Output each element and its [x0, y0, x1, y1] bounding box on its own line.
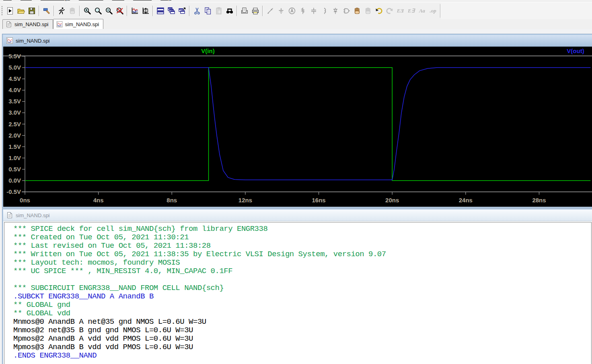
print-icon[interactable]: [250, 6, 261, 16]
cascade-icon[interactable]: [166, 6, 177, 16]
x-tick-label: 28ns: [532, 197, 546, 204]
toolbar-separator: [152, 6, 153, 16]
netlist-window: sim_NAND.spi *** SPICE deck for cell sim…: [2, 209, 592, 364]
net-label-icon[interactable]: [286, 6, 297, 16]
y-tick-label: 5.0V: [8, 64, 21, 71]
netlist-line: .SUBCKT ENGR338__NAND A AnandB B: [13, 292, 589, 301]
trace-vout: [25, 68, 590, 180]
text-icon[interactable]: Aa: [417, 6, 428, 16]
control-panel-icon[interactable]: [41, 6, 52, 16]
ltspice-application: FileViewPlot SettingsSimulationToolsWind…: [0, 0, 592, 364]
menu-view[interactable]: View: [21, 0, 32, 1]
tile-horizontal-icon[interactable]: [155, 6, 166, 16]
tab-label: sim_NAND.spi: [14, 21, 49, 27]
vertical-autorange-icon[interactable]: [140, 6, 151, 16]
legend-vin[interactable]: V(in): [201, 47, 214, 54]
x-tick-label: 8ns: [166, 197, 177, 204]
y-tick-label: 1.0V: [8, 154, 21, 161]
menu-window[interactable]: Window: [133, 0, 152, 1]
toolbar-separator: [53, 6, 54, 16]
redo-icon[interactable]: [384, 6, 395, 16]
tab-waveform[interactable]: sim_NAND.spi: [53, 19, 104, 29]
ground-icon[interactable]: [275, 6, 286, 16]
cascade-front-icon[interactable]: [177, 6, 187, 16]
netlist-line: Mnmos@2 net@35 B gnd gnd NMOS L=0.6U W=3…: [13, 326, 589, 335]
tab-netlist[interactable]: sim_NAND.spi: [2, 19, 53, 29]
tab-bar: sim_NAND.spi sim_NAND.spi: [0, 19, 592, 29]
waveform-window-titlebar[interactable]: sim_NAND.spi: [3, 35, 592, 47]
y-tick-label: 3.0V: [8, 109, 21, 116]
y-tick-label: 2.5V: [8, 121, 21, 128]
toolbar: EƎE∃Aa.op: [0, 2, 592, 20]
menu-plot-settings[interactable]: Plot Settings: [41, 0, 70, 1]
autorange-icon[interactable]: [129, 6, 140, 16]
waveform-window-title: sim_NAND.spi: [16, 38, 50, 44]
pan-icon[interactable]: [67, 6, 78, 16]
menu-tools[interactable]: Tools: [112, 0, 124, 1]
x-tick-label: 16ns: [312, 197, 325, 204]
cut-icon[interactable]: [191, 6, 202, 16]
document-icon: [6, 212, 13, 218]
save-icon[interactable]: [26, 6, 37, 16]
paste-icon[interactable]: [213, 6, 224, 16]
toolbar-separator: [39, 6, 39, 16]
menu-simulation[interactable]: Simulation: [79, 0, 103, 1]
tab-label: sim_NAND.spi: [65, 21, 99, 27]
menu-help[interactable]: Help: [160, 0, 171, 1]
zoom-fit-icon[interactable]: [114, 6, 125, 16]
netlist-line: *** Layout tech: mocmos, foundry MOSIS: [13, 259, 589, 267]
x-tick-label: 20ns: [385, 197, 399, 204]
toolbar-grip[interactable]: [1, 6, 3, 16]
print-preview-icon[interactable]: [239, 6, 250, 16]
y-tick-label: 1.5V: [8, 143, 21, 150]
toolbar-separator: [189, 6, 190, 16]
trace-vin: [25, 68, 590, 181]
x-tick-label: 12ns: [238, 197, 252, 204]
y-tick-label: 0.0V: [8, 177, 21, 184]
waveform-plot[interactable]: 5.5V5.0V4.5V4.0V3.5V3.0V2.5V2.0V1.5V1.0V…: [3, 47, 592, 207]
zoom-out-icon[interactable]: [103, 6, 114, 16]
rotate-icon[interactable]: E∃: [406, 6, 417, 16]
open-icon[interactable]: [15, 6, 26, 16]
halt-icon[interactable]: [56, 6, 67, 16]
zoom-back-icon[interactable]: [92, 6, 103, 16]
zoom-in-icon[interactable]: [82, 6, 92, 16]
menu-file[interactable]: File: [3, 0, 12, 1]
toolbar-separator: [79, 6, 80, 16]
resistor-icon[interactable]: [297, 6, 308, 16]
toolbar-separator: [262, 6, 263, 16]
waveform-window-icon: [6, 37, 13, 44]
waveform-chart[interactable]: 5.5V5.0V4.5V4.0V3.5V3.0V2.5V2.0V1.5V1.0V…: [3, 47, 592, 206]
mirror-icon[interactable]: EƎ: [395, 6, 406, 16]
run-icon[interactable]: [4, 6, 15, 16]
undo-icon[interactable]: [373, 6, 384, 16]
netlist-line: Mpmos@3 AnandB B vdd vdd PMOS L=0.6U W=3…: [13, 343, 589, 352]
netlist-line: *** SUBCIRCUIT ENGR338__NAND FROM CELL N…: [13, 284, 589, 292]
y-tick-label: 3.5V: [8, 98, 21, 105]
wire-icon[interactable]: [265, 6, 275, 16]
netlist-line: *** Last revised on Tue Oct 05, 2021 11:…: [13, 242, 589, 250]
netlist-line: ** GLOBAL vdd: [13, 309, 589, 318]
diode-icon[interactable]: [330, 6, 341, 16]
move-icon[interactable]: [352, 6, 362, 16]
waveform-window: sim_NAND.spi 5.5V5.0V4.5V4.0V3.5V3.0V2.5…: [2, 34, 592, 208]
legend-vout[interactable]: V(out): [567, 47, 584, 54]
copy-icon[interactable]: [202, 6, 213, 16]
capacitor-icon[interactable]: [308, 6, 319, 16]
netlist-window-titlebar[interactable]: sim_NAND.spi: [3, 210, 592, 221]
gate-icon[interactable]: [341, 6, 352, 16]
y-tick-label: 4.5V: [8, 75, 21, 82]
netlist-line: ** GLOBAL gnd: [13, 301, 589, 309]
netlist-line: *** Written on Tue Oct 05, 2021 11:38:35…: [13, 250, 589, 259]
y-tick-label: 5.5V: [8, 53, 21, 60]
inductor-icon[interactable]: [319, 6, 330, 16]
x-tick-label: 0ns: [20, 197, 30, 204]
drag-icon[interactable]: [362, 6, 373, 16]
y-tick-label: -0.5V: [6, 188, 21, 195]
netlist-line: [13, 276, 589, 284]
toolbar-empty-area: [441, 2, 592, 19]
spice-directive-icon[interactable]: .op: [428, 6, 438, 16]
netlist-editor[interactable]: *** SPICE deck for cell sim_NAND{sch} fr…: [4, 222, 592, 364]
find-icon[interactable]: [224, 6, 235, 16]
netlist-line: *** Created on Tue Oct 05, 2021 11:30:21: [13, 233, 589, 242]
